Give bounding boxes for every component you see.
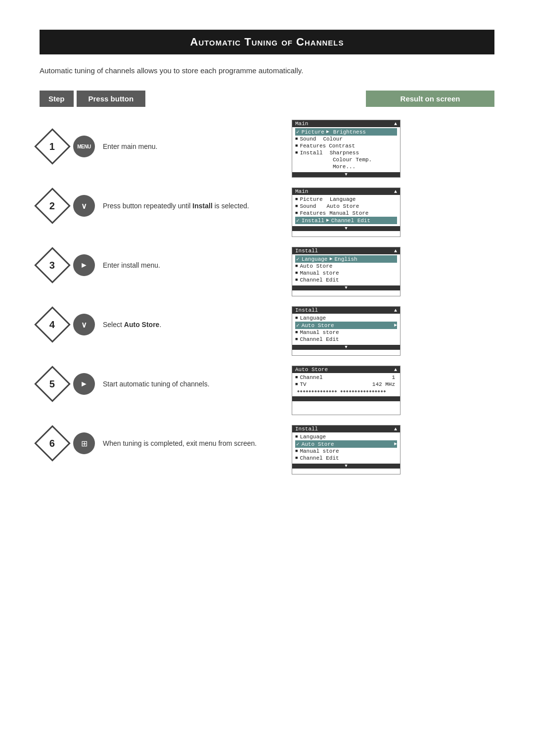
step-header: Step (40, 91, 74, 107)
steps-container: 1 MENU Enter main menu. 2 ∨ Press button… (40, 117, 494, 481)
step-row-3: 3 ► Enter install menu. (40, 236, 282, 295)
step-1-text: Enter main menu. (103, 142, 158, 152)
subtitle: Automatic tuning of channels allows you … (40, 66, 494, 75)
step-row-6: 6 ⊞ When tuning is completed, exit menu … (40, 414, 282, 473)
right-button-5[interactable]: ► (73, 373, 95, 395)
screen-block-6: Install▲ ■Language ✓Auto Store► ■Manual … (292, 422, 494, 481)
press-header: Press button (77, 91, 146, 107)
down-button-2[interactable]: ∨ (73, 195, 95, 217)
screen-2: Main▲ ■PictureLanguage ■SoundAuto Store … (292, 188, 400, 237)
screen-6: Install▲ ■Language ✓Auto Store► ■Manual … (292, 425, 400, 474)
step-4-text: Select Auto Store. (103, 320, 161, 330)
screen-block-5: Auto Store▲ ■Channel1 ■TV142 MHz ◆◆◆◆◆◆◆… (292, 363, 494, 422)
step-row-5: 5 ► Start automatic tuning of channels. (40, 354, 282, 414)
step-6-text: When tuning is completed, exit menu from… (103, 438, 257, 449)
step-row-1: 1 MENU Enter main menu. (40, 117, 282, 176)
screen-block-4: Install▲ ■Language ✓Auto Store► ■Manual … (292, 303, 494, 363)
step-row-2: 2 ∨ Press button repeatedly until Instal… (40, 176, 282, 236)
step-number-5: 5 (34, 366, 71, 402)
right-column: Main▲ ✓Picture►Brightness ■SoundColour ■… (282, 117, 494, 481)
screen-block-3: Install▲ ✓Language►English ■Auto Store ■… (292, 244, 494, 303)
page-title: Automatic Tuning of Channels (40, 30, 494, 54)
screen-block-2: Main▲ ■PictureLanguage ■SoundAuto Store … (292, 185, 494, 244)
right-button-3[interactable]: ► (73, 254, 95, 276)
step-number-2: 2 (34, 188, 71, 224)
result-header: Result on screen (366, 91, 494, 107)
step-3-text: Enter install menu. (103, 260, 160, 271)
step-2-text: Press button repeatedly until Install is… (103, 201, 249, 211)
screen-block-1: Main▲ ✓Picture►Brightness ■SoundColour ■… (292, 117, 494, 185)
step-5-text: Start automatic tuning of channels. (103, 379, 210, 389)
step-number-4: 4 (34, 306, 71, 343)
menu-button[interactable]: MENU (73, 136, 95, 157)
step-row-4: 4 ∨ Select Auto Store. (40, 295, 282, 354)
exit-button[interactable]: ⊞ (73, 432, 95, 454)
screen-5: Auto Store▲ ■Channel1 ■TV142 MHz ◆◆◆◆◆◆◆… (292, 366, 400, 415)
screen-4: Install▲ ■Language ✓Auto Store► ■Manual … (292, 306, 400, 356)
step-number-1: 1 (34, 128, 71, 165)
down-button-4[interactable]: ∨ (73, 314, 95, 335)
step-number-6: 6 (34, 425, 71, 462)
header-row: Step Press button Result on screen (40, 91, 494, 107)
screen-3: Install▲ ✓Language►English ■Auto Store ■… (292, 247, 400, 296)
screen-1: Main▲ ✓Picture►Brightness ■SoundColour ■… (292, 120, 400, 178)
page: Automatic Tuning of Channels Automatic t… (0, 0, 534, 756)
step-number-3: 3 (34, 247, 71, 284)
left-column: 1 MENU Enter main menu. 2 ∨ Press button… (40, 117, 282, 481)
